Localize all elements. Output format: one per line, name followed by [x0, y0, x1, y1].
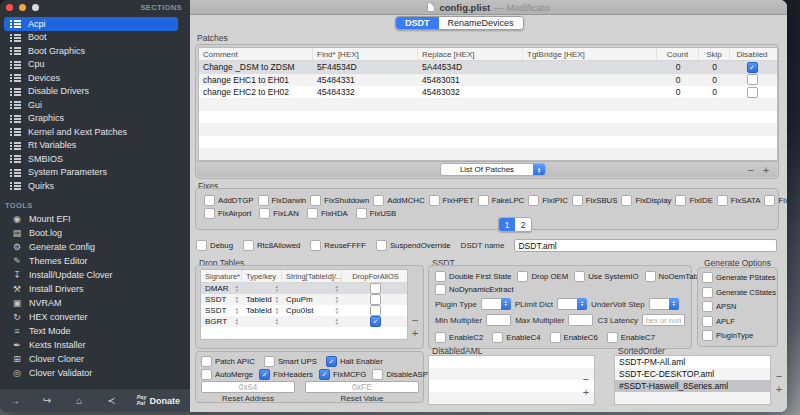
column-header-dropforallos[interactable]: DropForAllOS [342, 270, 408, 282]
generate-pstates-checkbox[interactable]: Generate PStates [702, 272, 776, 283]
fixdisplay-checkbox[interactable]: FixDisplay [621, 195, 671, 206]
column-header-typekey[interactable]: Type/key [242, 270, 282, 282]
patch-apic-checkbox[interactable]: Patch APIC [201, 356, 255, 367]
tool-item-hex-converter[interactable]: ↻HEX converter [0, 310, 190, 324]
sidebar-item-devices[interactable]: Devices [4, 71, 178, 85]
sidebar-item-kernel-kext-patches[interactable]: Kernel and Kext Patches [4, 125, 178, 139]
stepper-icon[interactable] [233, 285, 240, 292]
disableaspm-checkbox[interactable]: DisableASPM [372, 369, 434, 380]
plugintype-checkbox[interactable]: PluginType [702, 330, 776, 341]
tool-item-generate-config[interactable]: ⚙Generate Config [0, 240, 190, 254]
table-row[interactable]: BGRT [201, 316, 407, 327]
fixdarwin-checkbox[interactable]: FixDarwin [258, 195, 307, 206]
export-icon[interactable]: ↪ [40, 395, 54, 406]
tab-dsdt[interactable]: DSDT [396, 17, 439, 29]
sidebar-item-boot[interactable]: Boot [4, 31, 178, 45]
minimize-window-button[interactable] [19, 4, 26, 11]
sidebar-item-acpi[interactable]: Acpi [4, 17, 178, 31]
table-row[interactable]: Change _DSM to ZDSM 5F44534D 5A44534D 0 … [199, 61, 777, 74]
dropforallos-checkbox[interactable] [370, 316, 381, 327]
column-header-count[interactable]: Count [657, 48, 699, 60]
plimit-dict-input[interactable] [557, 298, 577, 310]
column-header-replace[interactable]: Replace [HEX] [418, 48, 523, 60]
dsdt-name-input[interactable] [514, 239, 777, 252]
double-first-state-checkbox[interactable]: Double First State [435, 271, 511, 282]
stepper-icon[interactable] [273, 285, 280, 292]
disabled-checkbox[interactable] [747, 74, 758, 85]
column-header-disabled[interactable]: Disabled [730, 48, 774, 60]
remove-disabled-aml-button[interactable]: − [580, 373, 592, 385]
tool-item-clover-cloner[interactable]: ⊞Clover Cloner [0, 352, 190, 366]
sidebar-item-smbios[interactable]: SMBIOS [4, 152, 178, 166]
add-drop-table-button[interactable]: + [409, 327, 421, 339]
use-systemio-checkbox[interactable]: Use SystemIO [574, 271, 638, 282]
table-row[interactable]: SSDT TableId Cpu0Ist [201, 305, 407, 316]
c3-latency-input[interactable] [642, 314, 685, 326]
sidebar-item-gui[interactable]: Gui [4, 98, 178, 112]
tool-item-themes-editor[interactable]: ✎Themes Editor [0, 254, 190, 268]
column-header-string[interactable]: String[TableId]/... [282, 270, 342, 282]
list-item[interactable]: SSDT-PM-All.aml [615, 356, 770, 368]
enablec4-checkbox[interactable]: EnableC4 [492, 332, 540, 343]
tool-item-clover-validator[interactable]: ◎Clover Validator [0, 366, 190, 380]
fixsbus-checkbox[interactable]: FixSBUS [572, 195, 618, 206]
fixide-checkbox[interactable]: FixIDE [675, 195, 712, 206]
fixfirewire-checkbox[interactable]: FixFirewire [764, 195, 787, 206]
adddtgp-checkbox[interactable]: AddDTGP [204, 195, 254, 206]
sidebar-item-cpu[interactable]: Cpu [4, 58, 178, 72]
tool-item-boot-log[interactable]: ▤Boot.log [0, 226, 190, 240]
column-header-tgtbridge[interactable]: TgtBridge [HEX] [523, 48, 657, 60]
dropforallos-checkbox[interactable] [370, 283, 381, 294]
remove-drop-table-button[interactable]: − [409, 314, 421, 326]
tool-item-install-update-clover[interactable]: ↧Install/Update Clover [0, 268, 190, 282]
addmchc-checkbox[interactable]: AddMCHC [373, 195, 424, 206]
disabled-aml-list[interactable]: − + [428, 355, 595, 405]
nodynamicextract-checkbox[interactable]: NoDynamicExtract [435, 284, 514, 295]
table-row[interactable]: change EHC1 to EH01 45484331 45483031 0 … [199, 74, 777, 87]
fixipic-checkbox[interactable]: FixIPIC [528, 195, 568, 206]
tab-renamedevices[interactable]: RenameDevices [439, 17, 523, 29]
add-sorted-order-button[interactable]: + [773, 383, 785, 395]
automerge-checkbox[interactable]: AutoMerge [201, 369, 253, 380]
add-patch-button[interactable]: + [760, 164, 772, 176]
sidebar-item-system-parameters[interactable]: System Parameters [4, 166, 178, 180]
sidebar-item-graphics[interactable]: Graphics [4, 112, 178, 126]
stepper-icon[interactable] [273, 296, 280, 303]
tool-item-nvram[interactable]: ▣NVRAM [0, 296, 190, 310]
plimit-dict-combo[interactable] [557, 298, 587, 310]
add-disabled-aml-button[interactable]: + [580, 386, 592, 398]
share-icon[interactable]: ≺ [105, 395, 119, 406]
min-multiplier-input[interactable] [486, 314, 511, 326]
sidebar-item-rt-variables[interactable]: Rt Variables [4, 139, 178, 153]
stepper-icon[interactable] [273, 318, 280, 325]
fixsata-checkbox[interactable]: FixSATA [717, 195, 761, 206]
column-header-skip[interactable]: Skip [699, 48, 730, 60]
undervolt-step-combo[interactable] [649, 298, 679, 310]
fixlan-checkbox[interactable]: FixLAN [259, 208, 299, 219]
table-row[interactable]: DMAR [201, 283, 407, 294]
rtc8allowed-checkbox[interactable]: Rtc8Allowed [243, 240, 300, 251]
stepper-icon[interactable] [233, 307, 240, 314]
dropforallos-checkbox[interactable] [370, 305, 381, 316]
generate-cstates-checkbox[interactable]: Generate CStates [702, 287, 776, 298]
sidebar-item-boot-graphics[interactable]: Boot Graphics [4, 44, 178, 58]
reset-address-input[interactable] [201, 381, 295, 393]
list-item[interactable]: #SSDT-Haswell_8Series.aml [615, 380, 770, 392]
tool-item-kexts-installer[interactable]: ✒Kexts Installer [0, 338, 190, 352]
stepper-icon[interactable] [333, 285, 340, 292]
reuseffff-checkbox[interactable]: ReuseFFFF [310, 240, 366, 251]
aplf-checkbox[interactable]: APLF [702, 316, 776, 327]
zoom-window-button[interactable] [32, 4, 39, 11]
enablec6-checkbox[interactable]: EnableC6 [550, 332, 598, 343]
disabled-checkbox[interactable] [747, 62, 758, 73]
table-row[interactable]: SSDT TableId CpuPm [201, 294, 407, 305]
dropforallos-checkbox[interactable] [370, 294, 381, 305]
fixhda-checkbox[interactable]: FixHDA [307, 208, 348, 219]
column-header-find[interactable]: Find* [HEX] [313, 48, 418, 60]
fixheaders-checkbox[interactable]: FixHeaders [259, 369, 313, 380]
drop-oem-checkbox[interactable]: Drop OEM [517, 271, 568, 282]
fixes-page-1[interactable]: 1 [499, 218, 515, 231]
remove-patch-button[interactable]: − [745, 164, 757, 176]
disabled-checkbox[interactable] [747, 87, 758, 98]
enablec2-checkbox[interactable]: EnableC2 [435, 332, 483, 343]
